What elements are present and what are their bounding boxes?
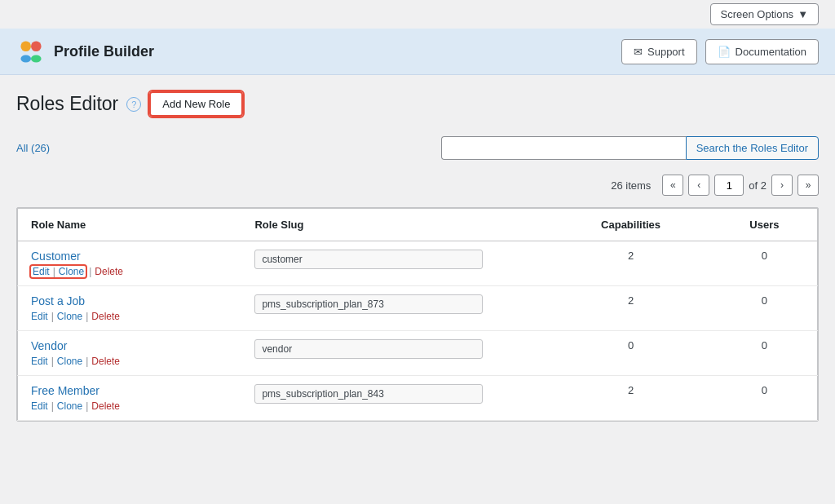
role-name-link[interactable]: Free Member [31,384,228,397]
col-header-capabilities: Capabilities [550,209,711,241]
clone-role-link[interactable]: Clone [57,400,82,412]
role-name-link[interactable]: Customer [31,250,228,263]
role-slug-field[interactable] [254,384,483,404]
documentation-button[interactable]: 📄 Documentation [705,39,819,64]
capabilities-count: 2 [550,376,711,421]
role-slug-cell [241,376,550,421]
table-row: VendorEdit | Clone | Delete00 [18,331,818,376]
support-button[interactable]: ✉ Support [621,39,697,64]
separator: | [86,400,88,412]
add-new-role-button[interactable]: Add New Role [149,91,243,117]
main-content: Roles Editor ? Add New Role All (26) Sea… [0,75,835,438]
delete-role-link[interactable]: Delete [95,266,123,277]
search-input[interactable] [441,136,686,160]
role-name-cell: Post a JobEdit | Clone | Delete [18,286,242,331]
screen-options-arrow: ▼ [797,8,808,20]
delete-role-link[interactable]: Delete [91,311,120,322]
filter-all-link[interactable]: All (26) [16,142,50,154]
separator: | [51,356,54,367]
col-header-role-slug: Role Slug [241,209,550,241]
edit-role-link[interactable]: Edit [31,356,48,367]
svg-point-0 [20,41,31,51]
edit-role-link[interactable]: Edit [31,400,48,412]
filter-bar: All (26) Search the Roles Editor [16,130,819,166]
separator: | [89,266,91,277]
roles-table-wrapper: Role Name Role Slug Capabilities Users C… [16,207,819,422]
role-slug-field[interactable] [254,250,483,269]
row-actions: Edit | Clone | Delete [31,356,228,367]
svg-point-1 [31,41,42,51]
next-page-button[interactable]: › [771,175,793,196]
role-name-cell: VendorEdit | Clone | Delete [18,331,242,376]
users-count: 0 [712,331,818,376]
delete-role-link[interactable]: Delete [91,400,120,412]
row-actions: Edit | Clone | Delete [31,311,228,322]
clone-role-link[interactable]: Clone [57,356,82,367]
svg-point-2 [20,55,31,63]
delete-role-link[interactable]: Delete [91,356,120,367]
edit-clone-highlight: Edit | Clone [31,266,86,277]
table-row: Free MemberEdit | Clone | Delete20 [18,376,818,421]
page-title: Roles Editor [16,93,118,115]
role-name-cell: Free MemberEdit | Clone | Delete [18,376,242,421]
users-count: 0 [712,376,818,421]
svg-point-3 [31,55,42,63]
role-name-cell: CustomerEdit | Clone | Delete [18,241,242,286]
row-actions: Edit | Clone | Delete [31,400,228,412]
role-slug-field[interactable] [254,339,483,359]
header-buttons: ✉ Support 📄 Documentation [621,39,819,64]
page-of-label: of 2 [749,179,767,192]
edit-role-link[interactable]: Edit [31,311,48,322]
clone-role-link[interactable]: Clone [57,311,82,322]
role-slug-field[interactable] [254,294,483,314]
title-group: Roles Editor ? Add New Role [16,91,243,117]
edit-role-link[interactable]: Edit [33,266,50,277]
page-title-row: Roles Editor ? Add New Role [16,91,819,117]
help-icon[interactable]: ? [126,97,141,112]
header: Profile Builder ✉ Support 📄 Documentatio… [0,29,835,75]
search-row: Search the Roles Editor [441,136,819,160]
search-button[interactable]: Search the Roles Editor [686,136,819,160]
capabilities-count: 2 [550,286,711,331]
col-header-users: Users [712,209,818,241]
app-title: Profile Builder [54,43,154,60]
separator: | [51,311,54,322]
separator: | [86,311,88,322]
users-count: 0 [712,241,818,286]
role-name-link[interactable]: Vendor [31,339,228,352]
table-header-row: Role Name Role Slug Capabilities Users [18,209,818,241]
role-name-link[interactable]: Post a Job [31,294,228,307]
table-row: CustomerEdit | Clone | Delete20 [18,241,818,286]
last-page-button[interactable]: » [797,175,819,196]
capabilities-count: 2 [550,241,711,286]
separator: | [51,400,54,412]
clone-role-link[interactable]: Clone [59,266,84,277]
role-slug-cell [241,241,550,286]
pagination-row: 26 items « ‹ of 2 › » [16,175,819,196]
first-page-button[interactable]: « [662,175,683,196]
screen-options-label: Screen Options [721,8,794,20]
current-page-input[interactable] [714,175,744,196]
role-slug-cell [241,331,550,376]
users-count: 0 [712,286,818,331]
logo-area: Profile Builder [16,37,154,66]
envelope-icon: ✉ [634,46,643,58]
items-count: 26 items [611,179,651,192]
separator: | [86,356,88,367]
role-slug-cell [241,286,550,331]
profile-builder-logo-icon [16,37,46,66]
col-header-role-name: Role Name [18,209,242,241]
prev-page-button[interactable]: ‹ [688,175,709,196]
separator: | [53,266,55,277]
row-actions: Edit | Clone | Delete [31,266,228,277]
table-row: Post a JobEdit | Clone | Delete20 [18,286,818,331]
doc-icon: 📄 [718,46,731,58]
roles-table: Role Name Role Slug Capabilities Users C… [17,208,818,421]
capabilities-count: 0 [550,331,711,376]
screen-options-button[interactable]: Screen Options ▼ [710,3,819,25]
